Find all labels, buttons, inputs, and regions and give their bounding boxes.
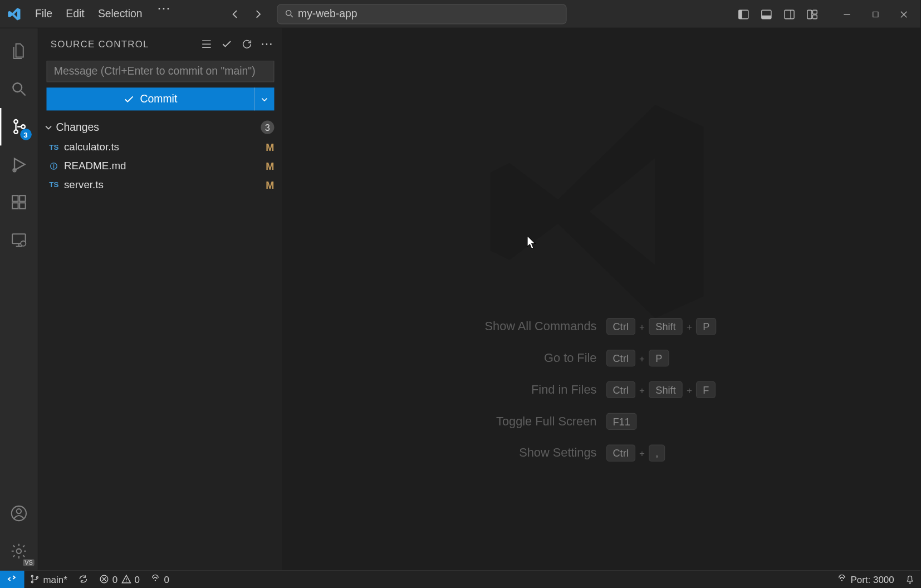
activity-explorer[interactable]	[0, 32, 38, 70]
menu-selection[interactable]: Selection	[91, 0, 149, 28]
svg-point-30	[155, 580, 156, 581]
svg-rect-17	[12, 195, 18, 201]
commit-button[interactable]: Commit	[46, 87, 254, 110]
status-port: 0	[164, 574, 169, 584]
status-port-right-label: Port: 3000	[850, 574, 894, 584]
activity-remote-explorer[interactable]	[0, 221, 38, 259]
changes-section-header[interactable]: Changes 3	[38, 117, 282, 138]
shortcut-keys: Ctrl+Shift+F	[606, 381, 855, 398]
shortcut-keys: F11	[606, 413, 855, 430]
status-remote[interactable]	[0, 570, 25, 587]
commit-message-input[interactable]	[46, 61, 274, 82]
shortcut-row: Toggle Full ScreenF11	[282, 413, 920, 430]
svg-rect-2	[738, 10, 742, 18]
file-row[interactable]: TSserver.tsM	[38, 175, 282, 194]
svg-point-31	[841, 580, 842, 581]
svg-rect-4	[761, 15, 771, 18]
plus-separator: +	[639, 352, 645, 363]
svg-point-22	[21, 241, 26, 246]
toggle-panel[interactable]	[755, 0, 777, 28]
file-type-icon: TS	[46, 143, 61, 151]
svg-point-25	[17, 549, 21, 553]
more-actions[interactable]: ⋯	[257, 34, 277, 54]
nav-back[interactable]	[226, 4, 245, 23]
keyboard-key: F	[696, 381, 716, 398]
status-problems[interactable]: 0 0	[94, 570, 145, 587]
svg-rect-19	[12, 203, 18, 208]
activity-manage[interactable]: VS	[0, 532, 38, 570]
shortcut-label: Go to File	[347, 351, 597, 365]
file-type-icon: ⓘ	[46, 161, 61, 171]
customize-layout[interactable]	[800, 0, 823, 28]
toggle-primary-sidebar[interactable]	[732, 0, 755, 28]
panel-title: SOURCE CONTROL	[51, 38, 196, 49]
file-row[interactable]: TScalculator.tsM	[38, 138, 282, 156]
status-sync[interactable]	[72, 570, 94, 587]
manage-badge: VS	[23, 559, 34, 566]
changes-count-badge: 3	[261, 121, 274, 134]
activity-accounts[interactable]	[0, 494, 38, 532]
nav-forward[interactable]	[249, 4, 268, 23]
shortcut-row: Go to FileCtrl+P	[282, 350, 920, 366]
svg-point-27	[31, 581, 33, 583]
svg-point-13	[14, 120, 18, 124]
file-status-badge: M	[266, 141, 274, 153]
keyboard-shortcuts-list: Show All CommandsCtrl+Shift+PGo to FileC…	[282, 318, 920, 462]
svg-point-0	[286, 11, 291, 16]
command-center-text: my-web-app	[298, 8, 357, 20]
svg-rect-18	[19, 195, 25, 201]
svg-rect-9	[812, 14, 817, 18]
status-port-right[interactable]: Port: 3000	[832, 570, 900, 587]
shortcut-keys: Ctrl+Shift+P	[606, 318, 855, 335]
window-maximize[interactable]	[861, 0, 889, 28]
activity-extensions[interactable]	[0, 183, 38, 221]
file-name: server.ts	[61, 179, 266, 191]
file-status-badge: M	[266, 160, 274, 171]
keyboard-key: Shift	[649, 318, 683, 335]
svg-rect-11	[873, 12, 878, 17]
plus-separator: +	[687, 384, 692, 395]
file-name: README.md	[61, 160, 266, 172]
shortcut-row: Show SettingsCtrl+,	[282, 445, 920, 462]
status-notifications[interactable]	[899, 570, 920, 587]
view-as-tree[interactable]	[196, 34, 216, 54]
activity-bar: 3 VS	[0, 28, 38, 570]
file-name: calculator.ts	[61, 141, 266, 153]
status-branch[interactable]: main*	[25, 570, 73, 587]
source-control-panel: SOURCE CONTROL ⋯ Commit	[38, 28, 282, 570]
shortcut-label: Toggle Full Screen	[347, 414, 597, 428]
plus-separator: +	[639, 448, 645, 458]
keyboard-key: Shift	[649, 381, 683, 398]
activity-search[interactable]	[0, 70, 38, 108]
plus-separator: +	[687, 321, 692, 332]
status-branch-name: main*	[43, 574, 67, 584]
shortcut-row: Show All CommandsCtrl+Shift+P	[282, 318, 920, 335]
file-row[interactable]: ⓘREADME.mdM	[38, 156, 282, 175]
activity-source-control[interactable]: 3	[0, 108, 38, 146]
commit-action[interactable]	[216, 34, 236, 54]
changes-file-list: TScalculator.tsMⓘREADME.mdMTSserver.tsM	[38, 138, 282, 194]
plus-separator: +	[639, 384, 645, 395]
window-minimize[interactable]	[833, 0, 861, 28]
toggle-secondary-sidebar[interactable]	[777, 0, 800, 28]
status-errors: 0	[112, 574, 117, 584]
commit-dropdown[interactable]	[254, 87, 274, 110]
keyboard-key: Ctrl	[606, 381, 635, 398]
command-center[interactable]: my-web-app	[277, 4, 567, 24]
status-warnings: 0	[135, 574, 140, 584]
shortcut-label: Find in Files	[347, 383, 597, 396]
status-port-forward[interactable]: 0	[145, 570, 175, 587]
window-close[interactable]	[889, 0, 918, 28]
shortcut-label: Show All Commands	[347, 320, 597, 334]
svg-point-28	[36, 576, 38, 578]
refresh-action[interactable]	[237, 34, 257, 54]
commit-button-label: Commit	[140, 93, 178, 105]
shortcut-keys: Ctrl+P	[606, 350, 855, 366]
activity-run-debug[interactable]	[0, 145, 38, 183]
menu-more-icon[interactable]: ⋯	[149, 0, 179, 28]
svg-point-15	[21, 125, 25, 129]
menu-file[interactable]: File	[28, 0, 59, 28]
plus-separator: +	[639, 321, 645, 332]
menubar: File Edit Selection ⋯	[28, 0, 179, 28]
menu-edit[interactable]: Edit	[59, 0, 91, 28]
